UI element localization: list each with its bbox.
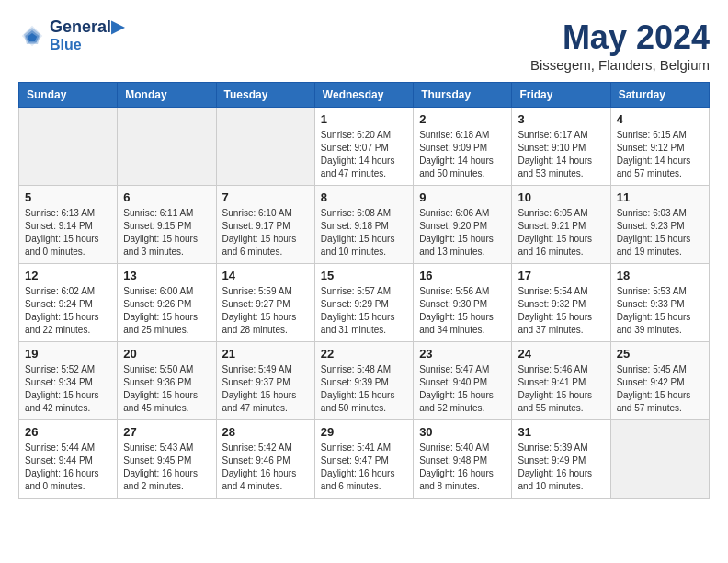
calendar-cell: 11Sunrise: 6:03 AMSunset: 9:23 PMDayligh… bbox=[610, 186, 709, 264]
day-info: Sunrise: 5:39 AMSunset: 9:49 PMDaylight:… bbox=[518, 442, 604, 493]
day-info: Sunrise: 5:45 AMSunset: 9:42 PMDaylight:… bbox=[617, 363, 703, 415]
day-info: Sunrise: 5:42 AMSunset: 9:46 PMDaylight:… bbox=[222, 442, 309, 493]
calendar-cell: 29Sunrise: 5:41 AMSunset: 9:47 PMDayligh… bbox=[314, 420, 413, 499]
day-number: 5 bbox=[25, 190, 111, 204]
calendar-cell: 9Sunrise: 6:06 AMSunset: 9:20 PMDaylight… bbox=[414, 186, 512, 264]
day-number: 20 bbox=[123, 347, 210, 361]
calendar-cell bbox=[610, 420, 709, 499]
day-info: Sunrise: 6:13 AMSunset: 9:14 PMDaylight:… bbox=[25, 207, 111, 259]
calendar-cell: 19Sunrise: 5:52 AMSunset: 9:34 PMDayligh… bbox=[19, 342, 118, 420]
day-number: 27 bbox=[123, 425, 210, 439]
day-number: 28 bbox=[222, 425, 309, 439]
header-tuesday: Tuesday bbox=[216, 83, 314, 108]
calendar-cell: 12Sunrise: 6:02 AMSunset: 9:24 PMDayligh… bbox=[19, 264, 118, 342]
day-number: 17 bbox=[518, 269, 604, 282]
header-wednesday: Wednesday bbox=[314, 83, 413, 108]
day-number: 3 bbox=[518, 112, 604, 126]
logo-text: General▶ Blue bbox=[50, 18, 124, 52]
day-number: 12 bbox=[25, 269, 111, 282]
calendar-cell bbox=[19, 108, 118, 186]
day-info: Sunrise: 6:10 AMSunset: 9:17 PMDaylight:… bbox=[222, 207, 309, 259]
day-number: 30 bbox=[419, 425, 506, 439]
calendar-cell: 22Sunrise: 5:48 AMSunset: 9:39 PMDayligh… bbox=[314, 342, 413, 420]
week-row-2: 5Sunrise: 6:13 AMSunset: 9:14 PMDaylight… bbox=[19, 186, 710, 264]
logo: General▶ Blue bbox=[18, 18, 124, 52]
day-info: Sunrise: 5:46 AMSunset: 9:41 PMDaylight:… bbox=[518, 363, 604, 415]
day-info: Sunrise: 5:47 AMSunset: 9:40 PMDaylight:… bbox=[419, 363, 506, 415]
day-number: 23 bbox=[419, 347, 506, 361]
calendar-cell: 27Sunrise: 5:43 AMSunset: 9:45 PMDayligh… bbox=[118, 420, 216, 499]
day-info: Sunrise: 5:48 AMSunset: 9:39 PMDaylight:… bbox=[321, 363, 407, 415]
calendar-cell: 26Sunrise: 5:44 AMSunset: 9:44 PMDayligh… bbox=[19, 420, 118, 499]
day-number: 18 bbox=[617, 269, 703, 282]
calendar-cell: 21Sunrise: 5:49 AMSunset: 9:37 PMDayligh… bbox=[216, 342, 314, 420]
day-number: 31 bbox=[518, 425, 604, 439]
header-saturday: Saturday bbox=[610, 83, 709, 108]
calendar-cell: 24Sunrise: 5:46 AMSunset: 9:41 PMDayligh… bbox=[512, 342, 610, 420]
day-number: 25 bbox=[617, 347, 703, 361]
day-number: 29 bbox=[321, 425, 407, 439]
day-number: 11 bbox=[617, 190, 703, 204]
day-number: 16 bbox=[419, 269, 506, 282]
calendar-cell: 25Sunrise: 5:45 AMSunset: 9:42 PMDayligh… bbox=[610, 342, 709, 420]
calendar-cell: 2Sunrise: 6:18 AMSunset: 9:09 PMDaylight… bbox=[414, 108, 512, 186]
day-number: 19 bbox=[25, 347, 111, 361]
week-row-4: 19Sunrise: 5:52 AMSunset: 9:34 PMDayligh… bbox=[19, 342, 710, 420]
calendar-cell: 18Sunrise: 5:53 AMSunset: 9:33 PMDayligh… bbox=[610, 264, 709, 342]
calendar-cell: 20Sunrise: 5:50 AMSunset: 9:36 PMDayligh… bbox=[118, 342, 216, 420]
header-friday: Friday bbox=[512, 83, 610, 108]
day-number: 7 bbox=[222, 190, 309, 204]
day-info: Sunrise: 5:59 AMSunset: 9:27 PMDaylight:… bbox=[222, 285, 309, 337]
day-info: Sunrise: 5:50 AMSunset: 9:36 PMDaylight:… bbox=[123, 363, 210, 415]
day-info: Sunrise: 5:44 AMSunset: 9:44 PMDaylight:… bbox=[25, 442, 111, 493]
day-info: Sunrise: 6:02 AMSunset: 9:24 PMDaylight:… bbox=[25, 285, 111, 337]
calendar-cell: 30Sunrise: 5:40 AMSunset: 9:48 PMDayligh… bbox=[414, 420, 512, 499]
calendar-cell: 31Sunrise: 5:39 AMSunset: 9:49 PMDayligh… bbox=[512, 420, 610, 499]
header-thursday: Thursday bbox=[414, 83, 512, 108]
day-info: Sunrise: 6:20 AMSunset: 9:07 PMDaylight:… bbox=[321, 129, 407, 180]
day-info: Sunrise: 5:41 AMSunset: 9:47 PMDaylight:… bbox=[321, 442, 407, 493]
day-number: 1 bbox=[321, 112, 407, 126]
calendar-cell: 4Sunrise: 6:15 AMSunset: 9:12 PMDaylight… bbox=[610, 108, 709, 186]
day-info: Sunrise: 5:52 AMSunset: 9:34 PMDaylight:… bbox=[25, 363, 111, 415]
location-subtitle: Bissegem, Flanders, Belgium bbox=[530, 57, 710, 73]
header-monday: Monday bbox=[118, 83, 216, 108]
calendar-cell: 7Sunrise: 6:10 AMSunset: 9:17 PMDaylight… bbox=[216, 186, 314, 264]
calendar-cell: 13Sunrise: 6:00 AMSunset: 9:26 PMDayligh… bbox=[118, 264, 216, 342]
day-info: Sunrise: 5:56 AMSunset: 9:30 PMDaylight:… bbox=[419, 285, 506, 337]
calendar-cell: 3Sunrise: 6:17 AMSunset: 9:10 PMDaylight… bbox=[512, 108, 610, 186]
day-info: Sunrise: 6:03 AMSunset: 9:23 PMDaylight:… bbox=[617, 207, 703, 259]
calendar-cell: 23Sunrise: 5:47 AMSunset: 9:40 PMDayligh… bbox=[414, 342, 512, 420]
day-number: 26 bbox=[25, 425, 111, 439]
week-row-1: 1Sunrise: 6:20 AMSunset: 9:07 PMDaylight… bbox=[19, 108, 710, 186]
day-number: 4 bbox=[617, 112, 703, 126]
day-number: 21 bbox=[222, 347, 309, 361]
day-number: 8 bbox=[321, 190, 407, 204]
day-number: 2 bbox=[419, 112, 506, 126]
calendar-cell bbox=[216, 108, 314, 186]
page-header: General▶ Blue May 2024 Bissegem, Flander… bbox=[18, 18, 710, 73]
day-number: 9 bbox=[419, 190, 506, 204]
calendar-cell: 5Sunrise: 6:13 AMSunset: 9:14 PMDaylight… bbox=[19, 186, 118, 264]
week-row-3: 12Sunrise: 6:02 AMSunset: 9:24 PMDayligh… bbox=[19, 264, 710, 342]
day-info: Sunrise: 6:17 AMSunset: 9:10 PMDaylight:… bbox=[518, 129, 604, 180]
day-number: 14 bbox=[222, 269, 309, 282]
week-row-5: 26Sunrise: 5:44 AMSunset: 9:44 PMDayligh… bbox=[19, 420, 710, 499]
calendar-cell: 16Sunrise: 5:56 AMSunset: 9:30 PMDayligh… bbox=[414, 264, 512, 342]
day-info: Sunrise: 6:11 AMSunset: 9:15 PMDaylight:… bbox=[123, 207, 210, 259]
day-info: Sunrise: 6:08 AMSunset: 9:18 PMDaylight:… bbox=[321, 207, 407, 259]
calendar-cell: 8Sunrise: 6:08 AMSunset: 9:18 PMDaylight… bbox=[314, 186, 413, 264]
day-number: 13 bbox=[123, 269, 210, 282]
day-number: 6 bbox=[123, 190, 210, 204]
day-info: Sunrise: 5:54 AMSunset: 9:32 PMDaylight:… bbox=[518, 285, 604, 337]
day-info: Sunrise: 6:05 AMSunset: 9:21 PMDaylight:… bbox=[518, 207, 604, 259]
calendar-cell bbox=[118, 108, 216, 186]
day-info: Sunrise: 6:00 AMSunset: 9:26 PMDaylight:… bbox=[123, 285, 210, 337]
calendar-cell: 17Sunrise: 5:54 AMSunset: 9:32 PMDayligh… bbox=[512, 264, 610, 342]
calendar-cell: 15Sunrise: 5:57 AMSunset: 9:29 PMDayligh… bbox=[314, 264, 413, 342]
day-info: Sunrise: 6:06 AMSunset: 9:20 PMDaylight:… bbox=[419, 207, 506, 259]
day-number: 15 bbox=[321, 269, 407, 282]
day-info: Sunrise: 5:53 AMSunset: 9:33 PMDaylight:… bbox=[617, 285, 703, 337]
calendar-cell: 10Sunrise: 6:05 AMSunset: 9:21 PMDayligh… bbox=[512, 186, 610, 264]
day-info: Sunrise: 5:57 AMSunset: 9:29 PMDaylight:… bbox=[321, 285, 407, 337]
